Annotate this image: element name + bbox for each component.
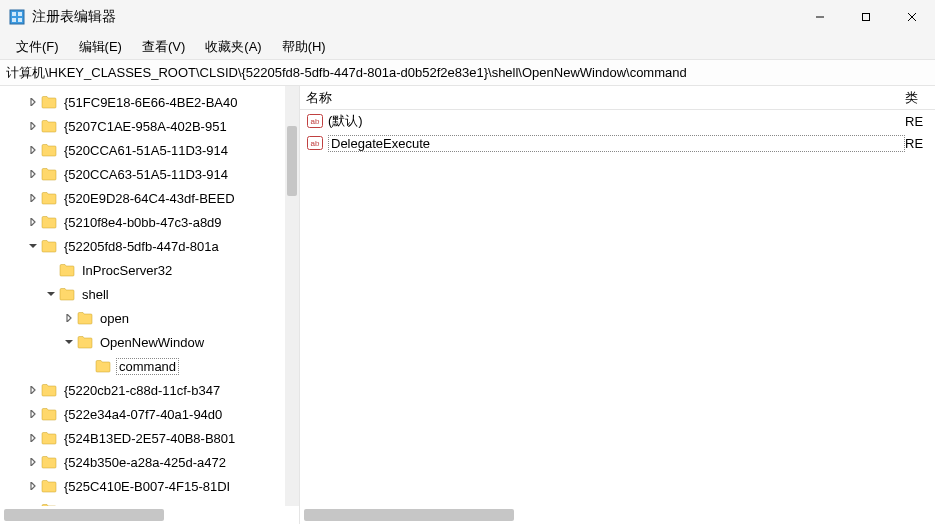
folder-icon — [40, 190, 58, 206]
tree-item[interactable]: {51FC9E18-6E66-4BE2-BA40 — [0, 90, 285, 114]
tree-item-label: {525C410E-B007-4F15-81DI — [62, 479, 232, 494]
tree-item[interactable]: OpenNewWindow — [0, 330, 285, 354]
tree-horizontal-scrollbar[interactable] — [0, 506, 299, 524]
values-hscroll-thumb[interactable] — [304, 509, 514, 521]
chevron-down-icon[interactable] — [62, 338, 76, 346]
maximize-button[interactable] — [843, 2, 889, 32]
chevron-right-icon[interactable] — [26, 482, 40, 490]
tree-item[interactable]: {524b350e-a28a-425d-a472 — [0, 450, 285, 474]
chevron-right-icon[interactable] — [26, 410, 40, 418]
chevron-right-icon[interactable] — [26, 218, 40, 226]
content-area: {51FC9E18-6E66-4BE2-BA40{5207C1AE-958A-4… — [0, 86, 935, 524]
menu-edit[interactable]: 编辑(E) — [69, 36, 132, 58]
values-horizontal-scrollbar[interactable] — [300, 506, 935, 524]
tree-item-label: shell — [80, 287, 111, 302]
svg-text:ab: ab — [311, 117, 320, 126]
folder-icon — [40, 238, 58, 254]
tree-item-label: {522e34a4-07f7-40a1-94d0 — [62, 407, 224, 422]
tree-item-label: {5207C1AE-958A-402B-951 — [62, 119, 229, 134]
chevron-right-icon[interactable] — [26, 434, 40, 442]
window-title: 注册表编辑器 — [32, 8, 116, 26]
chevron-right-icon[interactable] — [26, 386, 40, 394]
tree-item-label: InProcServer32 — [80, 263, 174, 278]
tree-item-label: {5210f8e4-b0bb-47c3-a8d9 — [62, 215, 224, 230]
svg-rect-6 — [863, 14, 870, 21]
chevron-down-icon[interactable] — [44, 290, 58, 298]
folder-icon — [40, 430, 58, 446]
tree-item-label: OpenNewWindow — [98, 335, 206, 350]
chevron-right-icon[interactable] — [26, 98, 40, 106]
close-button[interactable] — [889, 2, 935, 32]
value-name: (默认) — [328, 112, 905, 130]
folder-icon — [40, 118, 58, 134]
menu-bar: 文件(F) 编辑(E) 查看(V) 收藏夹(A) 帮助(H) — [0, 34, 935, 60]
tree-item[interactable]: {524B13ED-2E57-40B8-B801 — [0, 426, 285, 450]
tree-item[interactable]: {5210f8e4-b0bb-47c3-a8d9 — [0, 210, 285, 234]
svg-rect-2 — [18, 12, 22, 16]
tree-item-label: {5220cb21-c88d-11cf-b347 — [62, 383, 222, 398]
column-type-header[interactable]: 类 — [905, 89, 935, 107]
string-value-icon: ab — [306, 113, 324, 129]
tree-item[interactable]: command — [0, 354, 285, 378]
menu-help[interactable]: 帮助(H) — [272, 36, 336, 58]
svg-rect-3 — [12, 18, 16, 22]
menu-favorites[interactable]: 收藏夹(A) — [195, 36, 271, 58]
tree-vertical-scrollbar[interactable] — [285, 86, 299, 506]
chevron-right-icon[interactable] — [26, 122, 40, 130]
tree-item[interactable]: {5207C1AE-958A-402B-951 — [0, 114, 285, 138]
minimize-button[interactable] — [797, 2, 843, 32]
values-header[interactable]: 名称 类 — [300, 86, 935, 110]
tree-item[interactable]: open — [0, 306, 285, 330]
value-row[interactable]: ab(默认)RE — [300, 110, 935, 132]
tree-scroll-thumb[interactable] — [287, 126, 297, 196]
string-value-icon: ab — [306, 135, 324, 151]
folder-icon — [94, 358, 112, 374]
chevron-right-icon[interactable] — [62, 314, 76, 322]
chevron-right-icon[interactable] — [26, 194, 40, 202]
folder-icon — [58, 286, 76, 302]
tree-item[interactable]: {52205fd8-5dfb-447d-801a — [0, 234, 285, 258]
tree-item[interactable]: {525DE323-655E-4E79-8056 — [0, 498, 285, 506]
svg-rect-4 — [18, 18, 22, 22]
folder-icon — [76, 310, 94, 326]
tree-item-label: {520E9D28-64C4-43df-BEED — [62, 191, 237, 206]
tree-item-label: command — [116, 358, 179, 375]
tree-item[interactable]: {5220cb21-c88d-11cf-b347 — [0, 378, 285, 402]
chevron-right-icon[interactable] — [26, 170, 40, 178]
values-list[interactable]: ab(默认)REabDelegateExecuteRE — [300, 110, 935, 506]
folder-icon — [40, 382, 58, 398]
tree-item[interactable]: {520CCA63-51A5-11D3-914 — [0, 162, 285, 186]
app-icon — [8, 8, 26, 26]
tree-item[interactable]: {522e34a4-07f7-40a1-94d0 — [0, 402, 285, 426]
folder-icon — [58, 262, 76, 278]
value-type: RE — [905, 114, 935, 129]
svg-text:ab: ab — [311, 139, 320, 148]
tree-item[interactable]: InProcServer32 — [0, 258, 285, 282]
tree-item[interactable]: {520E9D28-64C4-43df-BEED — [0, 186, 285, 210]
tree-item-label: {520CCA61-51A5-11D3-914 — [62, 143, 230, 158]
menu-file[interactable]: 文件(F) — [6, 36, 69, 58]
tree-item-label: {524B13ED-2E57-40B8-B801 — [62, 431, 237, 446]
chevron-right-icon[interactable] — [26, 146, 40, 154]
key-tree[interactable]: {51FC9E18-6E66-4BE2-BA40{5207C1AE-958A-4… — [0, 86, 285, 506]
tree-hscroll-thumb[interactable] — [4, 509, 164, 521]
chevron-right-icon[interactable] — [26, 458, 40, 466]
folder-icon — [40, 454, 58, 470]
menu-view[interactable]: 查看(V) — [132, 36, 195, 58]
tree-item[interactable]: shell — [0, 282, 285, 306]
title-bar: 注册表编辑器 — [0, 0, 935, 34]
value-type: RE — [905, 136, 935, 151]
column-name-header[interactable]: 名称 — [306, 89, 905, 107]
chevron-down-icon[interactable] — [26, 242, 40, 250]
values-pane: 名称 类 ab(默认)REabDelegateExecuteRE — [300, 86, 935, 524]
tree-item[interactable]: {520CCA61-51A5-11D3-914 — [0, 138, 285, 162]
folder-icon — [40, 478, 58, 494]
tree-item-label: {520CCA63-51A5-11D3-914 — [62, 167, 230, 182]
address-bar[interactable]: 计算机\HKEY_CLASSES_ROOT\CLSID\{52205fd8-5d… — [0, 60, 935, 86]
folder-icon — [76, 334, 94, 350]
folder-icon — [40, 166, 58, 182]
tree-item[interactable]: {525C410E-B007-4F15-81DI — [0, 474, 285, 498]
folder-icon — [40, 214, 58, 230]
value-row[interactable]: abDelegateExecuteRE — [300, 132, 935, 154]
tree-item-label: {51FC9E18-6E66-4BE2-BA40 — [62, 95, 239, 110]
